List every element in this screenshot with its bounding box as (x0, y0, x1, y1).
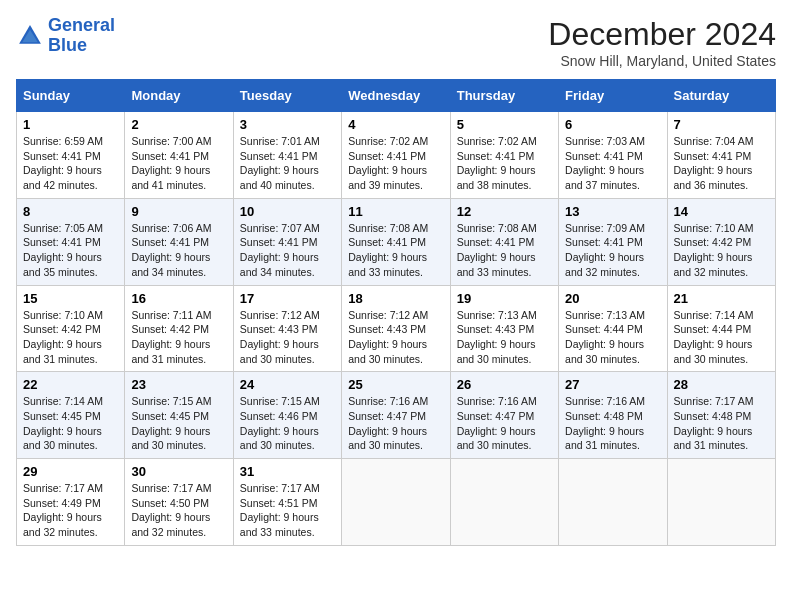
day-number: 8 (23, 204, 118, 219)
day-info: Sunrise: 7:10 AMSunset: 4:42 PMDaylight:… (674, 221, 769, 280)
calendar-cell (559, 459, 667, 546)
day-info: Sunrise: 7:16 AMSunset: 4:47 PMDaylight:… (457, 394, 552, 453)
calendar-week-row: 29Sunrise: 7:17 AMSunset: 4:49 PMDayligh… (17, 459, 776, 546)
day-number: 26 (457, 377, 552, 392)
logo: General Blue (16, 16, 115, 56)
title-area: December 2024 Snow Hill, Maryland, Unite… (548, 16, 776, 69)
calendar-cell: 22Sunrise: 7:14 AMSunset: 4:45 PMDayligh… (17, 372, 125, 459)
day-info: Sunrise: 7:02 AMSunset: 4:41 PMDaylight:… (348, 134, 443, 193)
calendar-cell: 1Sunrise: 6:59 AMSunset: 4:41 PMDaylight… (17, 112, 125, 199)
calendar-cell: 7Sunrise: 7:04 AMSunset: 4:41 PMDaylight… (667, 112, 775, 199)
day-number: 21 (674, 291, 769, 306)
calendar-cell: 14Sunrise: 7:10 AMSunset: 4:42 PMDayligh… (667, 198, 775, 285)
calendar-week-row: 1Sunrise: 6:59 AMSunset: 4:41 PMDaylight… (17, 112, 776, 199)
logo-line1: General (48, 15, 115, 35)
calendar-cell: 4Sunrise: 7:02 AMSunset: 4:41 PMDaylight… (342, 112, 450, 199)
day-info: Sunrise: 7:04 AMSunset: 4:41 PMDaylight:… (674, 134, 769, 193)
day-number: 1 (23, 117, 118, 132)
day-number: 10 (240, 204, 335, 219)
day-number: 17 (240, 291, 335, 306)
calendar-cell: 8Sunrise: 7:05 AMSunset: 4:41 PMDaylight… (17, 198, 125, 285)
weekday-header-saturday: Saturday (667, 80, 775, 112)
day-info: Sunrise: 7:11 AMSunset: 4:42 PMDaylight:… (131, 308, 226, 367)
calendar-cell: 2Sunrise: 7:00 AMSunset: 4:41 PMDaylight… (125, 112, 233, 199)
day-number: 3 (240, 117, 335, 132)
calendar-week-row: 8Sunrise: 7:05 AMSunset: 4:41 PMDaylight… (17, 198, 776, 285)
calendar-cell: 10Sunrise: 7:07 AMSunset: 4:41 PMDayligh… (233, 198, 341, 285)
weekday-header-thursday: Thursday (450, 80, 558, 112)
day-number: 7 (674, 117, 769, 132)
calendar-cell: 30Sunrise: 7:17 AMSunset: 4:50 PMDayligh… (125, 459, 233, 546)
day-info: Sunrise: 7:05 AMSunset: 4:41 PMDaylight:… (23, 221, 118, 280)
calendar-cell: 29Sunrise: 7:17 AMSunset: 4:49 PMDayligh… (17, 459, 125, 546)
calendar-cell (342, 459, 450, 546)
day-info: Sunrise: 7:08 AMSunset: 4:41 PMDaylight:… (348, 221, 443, 280)
day-info: Sunrise: 7:07 AMSunset: 4:41 PMDaylight:… (240, 221, 335, 280)
weekday-header-tuesday: Tuesday (233, 80, 341, 112)
calendar-week-row: 22Sunrise: 7:14 AMSunset: 4:45 PMDayligh… (17, 372, 776, 459)
day-info: Sunrise: 7:09 AMSunset: 4:41 PMDaylight:… (565, 221, 660, 280)
day-number: 28 (674, 377, 769, 392)
calendar-cell: 9Sunrise: 7:06 AMSunset: 4:41 PMDaylight… (125, 198, 233, 285)
calendar-week-row: 15Sunrise: 7:10 AMSunset: 4:42 PMDayligh… (17, 285, 776, 372)
calendar-cell (667, 459, 775, 546)
day-info: Sunrise: 7:10 AMSunset: 4:42 PMDaylight:… (23, 308, 118, 367)
day-info: Sunrise: 7:06 AMSunset: 4:41 PMDaylight:… (131, 221, 226, 280)
weekday-header-wednesday: Wednesday (342, 80, 450, 112)
day-number: 11 (348, 204, 443, 219)
calendar-cell: 24Sunrise: 7:15 AMSunset: 4:46 PMDayligh… (233, 372, 341, 459)
day-number: 9 (131, 204, 226, 219)
calendar-cell: 17Sunrise: 7:12 AMSunset: 4:43 PMDayligh… (233, 285, 341, 372)
day-info: Sunrise: 7:17 AMSunset: 4:51 PMDaylight:… (240, 481, 335, 540)
calendar-cell: 31Sunrise: 7:17 AMSunset: 4:51 PMDayligh… (233, 459, 341, 546)
calendar-cell: 23Sunrise: 7:15 AMSunset: 4:45 PMDayligh… (125, 372, 233, 459)
day-info: Sunrise: 7:16 AMSunset: 4:47 PMDaylight:… (348, 394, 443, 453)
logo-icon (16, 22, 44, 50)
calendar-cell: 28Sunrise: 7:17 AMSunset: 4:48 PMDayligh… (667, 372, 775, 459)
logo-text: General Blue (48, 16, 115, 56)
day-info: Sunrise: 7:16 AMSunset: 4:48 PMDaylight:… (565, 394, 660, 453)
weekday-header-sunday: Sunday (17, 80, 125, 112)
calendar-cell: 19Sunrise: 7:13 AMSunset: 4:43 PMDayligh… (450, 285, 558, 372)
day-info: Sunrise: 7:13 AMSunset: 4:44 PMDaylight:… (565, 308, 660, 367)
day-number: 5 (457, 117, 552, 132)
day-number: 29 (23, 464, 118, 479)
day-number: 12 (457, 204, 552, 219)
day-number: 31 (240, 464, 335, 479)
day-info: Sunrise: 7:02 AMSunset: 4:41 PMDaylight:… (457, 134, 552, 193)
calendar-cell (450, 459, 558, 546)
day-number: 22 (23, 377, 118, 392)
day-info: Sunrise: 7:15 AMSunset: 4:46 PMDaylight:… (240, 394, 335, 453)
calendar-cell: 26Sunrise: 7:16 AMSunset: 4:47 PMDayligh… (450, 372, 558, 459)
day-info: Sunrise: 7:17 AMSunset: 4:49 PMDaylight:… (23, 481, 118, 540)
day-info: Sunrise: 7:17 AMSunset: 4:48 PMDaylight:… (674, 394, 769, 453)
calendar-cell: 6Sunrise: 7:03 AMSunset: 4:41 PMDaylight… (559, 112, 667, 199)
day-number: 6 (565, 117, 660, 132)
location: Snow Hill, Maryland, United States (548, 53, 776, 69)
weekday-header-monday: Monday (125, 80, 233, 112)
header: General Blue December 2024 Snow Hill, Ma… (16, 16, 776, 69)
calendar-cell: 15Sunrise: 7:10 AMSunset: 4:42 PMDayligh… (17, 285, 125, 372)
day-number: 15 (23, 291, 118, 306)
day-info: Sunrise: 6:59 AMSunset: 4:41 PMDaylight:… (23, 134, 118, 193)
day-info: Sunrise: 7:15 AMSunset: 4:45 PMDaylight:… (131, 394, 226, 453)
weekday-header-row: SundayMondayTuesdayWednesdayThursdayFrid… (17, 80, 776, 112)
calendar-cell: 13Sunrise: 7:09 AMSunset: 4:41 PMDayligh… (559, 198, 667, 285)
day-number: 2 (131, 117, 226, 132)
day-info: Sunrise: 7:03 AMSunset: 4:41 PMDaylight:… (565, 134, 660, 193)
day-number: 13 (565, 204, 660, 219)
day-number: 24 (240, 377, 335, 392)
day-number: 14 (674, 204, 769, 219)
day-number: 16 (131, 291, 226, 306)
day-info: Sunrise: 7:01 AMSunset: 4:41 PMDaylight:… (240, 134, 335, 193)
calendar-cell: 25Sunrise: 7:16 AMSunset: 4:47 PMDayligh… (342, 372, 450, 459)
day-info: Sunrise: 7:12 AMSunset: 4:43 PMDaylight:… (240, 308, 335, 367)
calendar-cell: 11Sunrise: 7:08 AMSunset: 4:41 PMDayligh… (342, 198, 450, 285)
day-number: 19 (457, 291, 552, 306)
day-info: Sunrise: 7:13 AMSunset: 4:43 PMDaylight:… (457, 308, 552, 367)
day-info: Sunrise: 7:12 AMSunset: 4:43 PMDaylight:… (348, 308, 443, 367)
calendar-table: SundayMondayTuesdayWednesdayThursdayFrid… (16, 79, 776, 546)
weekday-header-friday: Friday (559, 80, 667, 112)
day-info: Sunrise: 7:17 AMSunset: 4:50 PMDaylight:… (131, 481, 226, 540)
day-number: 25 (348, 377, 443, 392)
